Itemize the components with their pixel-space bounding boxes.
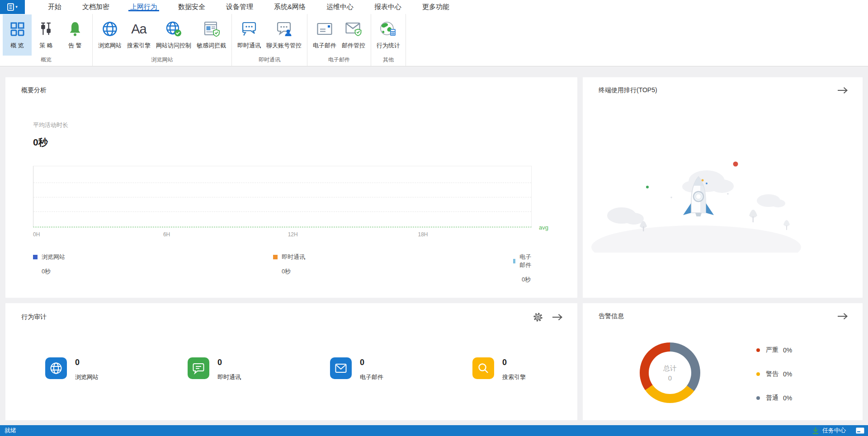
globe-stats-icon — [380, 21, 397, 37]
empty-state-illustration — [590, 158, 807, 253]
menu-item-data-security[interactable]: 数据安全 — [168, 0, 216, 14]
stat-value: 0 — [502, 358, 526, 367]
menu-item-report-center[interactable]: 报表中心 — [364, 0, 412, 14]
legend-swatch — [33, 255, 38, 259]
ribbon-btn-site-access-control[interactable]: 网站访问控制 — [153, 14, 194, 56]
legend-label: 普通 — [766, 394, 778, 402]
ribbon-btn-im[interactable]: 即时通讯 — [235, 14, 264, 56]
goto-arrow-icon[interactable] — [837, 313, 848, 320]
donut-total-value: 0 — [668, 374, 672, 382]
mail-icon — [335, 362, 347, 375]
legend-value: 0秒 — [522, 276, 532, 284]
chat-icon — [192, 362, 205, 375]
ribbon-group-im: 即时通讯 聊天账号管控 即时通讯 — [232, 14, 307, 66]
legend-dot — [756, 372, 760, 376]
ribbon-group-other: 行为统计 其他 — [371, 14, 406, 66]
menu-bar: ▾ 开始 文档加密 上网行为 数据安全 设备管理 系统&网络 运维中心 报表中心… — [0, 0, 868, 14]
legend-pct: 0% — [783, 347, 792, 354]
legend-label: 严重 — [766, 346, 778, 354]
stat-label: 电子邮件 — [360, 373, 383, 381]
card-terminal-rank: 终端使用排行(TOP5) — [583, 77, 863, 298]
globe-icon — [49, 361, 63, 375]
stat-label: 浏览网站 — [75, 373, 99, 381]
gridline — [33, 211, 531, 212]
donut-total-label: 总计 — [663, 364, 677, 373]
legend-label: 警告 — [766, 370, 778, 378]
grid-icon — [10, 22, 25, 37]
ribbon-btn-behavior-stats[interactable]: 行为统计 — [374, 14, 403, 56]
legend-item-im: 即时通讯 0秒 — [273, 253, 305, 276]
stat-label: 即时通讯 — [217, 373, 241, 381]
ribbon-group-label: 其他 — [372, 56, 405, 66]
card-title: 概要分析 — [21, 86, 47, 94]
ribbon-btn-search-engine[interactable]: Aa 搜索引擎 — [124, 14, 153, 56]
ribbon-btn-browse-site[interactable]: 浏览网站 — [95, 14, 124, 56]
status-bar: 就绪 任务中心 — [0, 425, 868, 436]
legend-swatch — [273, 255, 278, 259]
mail-shield-icon — [345, 21, 362, 37]
ribbon-group-overview: 概 览 策 略 — [0, 14, 93, 66]
donut-center: 总计 0 — [640, 342, 700, 403]
card-summary-analysis: 概要分析 平均活动时长 0秒 avg 0H 6H 12H 18H 浏览网站 — [5, 77, 577, 298]
ribbon-group-label: 即时通讯 — [233, 56, 306, 66]
menu-item-more[interactable]: 更多功能 — [412, 0, 460, 14]
app-window: ▾ 开始 文档加密 上网行为 数据安全 设备管理 系统&网络 运维中心 报表中心… — [0, 0, 868, 436]
app-menu-button[interactable]: ▾ — [0, 0, 25, 14]
x-tick: 12H — [288, 231, 298, 238]
ribbon-toolbar: 概 览 策 略 — [0, 14, 868, 66]
ribbon-group-email: 电子邮件 邮件管控 电子邮件 — [307, 14, 371, 66]
legend-label: 即时通讯 — [282, 253, 305, 261]
legend-value: 0秒 — [42, 267, 65, 276]
card-title: 告警信息 — [599, 312, 624, 320]
menu-item-device-mgmt[interactable]: 设备管理 — [216, 0, 264, 14]
activity-line-chart: avg — [33, 166, 532, 227]
goto-arrow-icon[interactable] — [837, 87, 848, 94]
legend-swatch — [513, 259, 515, 263]
ribbon-btn-sensitive-word[interactable]: 敏感词拦截 — [194, 14, 229, 56]
legend-label: 浏览网站 — [42, 253, 65, 261]
audit-stats: 0 浏览网站 0 即时通讯 — [45, 357, 615, 381]
ribbon-btn-overview[interactable]: 概 览 — [3, 14, 32, 56]
metric-value: 0秒 — [33, 136, 68, 149]
menu-item-web-behavior[interactable]: 上网行为 — [120, 0, 168, 14]
menu-item-start[interactable]: 开始 — [38, 0, 72, 14]
x-tick: 18H — [418, 231, 428, 238]
download-icon — [812, 427, 819, 434]
legend-dot — [756, 348, 760, 352]
alarm-legend: 严重 0% 警告 0% 普通 0% — [756, 346, 792, 402]
stat-browse-site[interactable]: 0 浏览网站 — [45, 357, 188, 381]
goto-arrow-icon[interactable] — [552, 314, 563, 321]
stat-email[interactable]: 0 电子邮件 — [330, 357, 472, 381]
stat-im[interactable]: 0 即时通讯 — [188, 357, 330, 381]
settings-gear-icon[interactable] — [533, 312, 543, 322]
ribbon-btn-policy[interactable]: 策 略 — [32, 14, 61, 56]
menu-item-ops-center[interactable]: 运维中心 — [316, 0, 364, 14]
stat-value: 0 — [360, 358, 383, 367]
monitor-icon[interactable] — [856, 427, 864, 434]
stat-value: 0 — [75, 358, 99, 367]
caret-down-icon: ▾ — [15, 5, 18, 9]
ribbon-btn-mail-control[interactable]: 邮件管控 — [339, 14, 368, 56]
ribbon-btn-chat-account[interactable]: 聊天账号管控 — [264, 14, 304, 56]
ribbon-group-label: 电子邮件 — [308, 56, 370, 66]
sliders-icon — [39, 21, 53, 37]
legend-label: 电子邮件 — [519, 253, 532, 269]
menu-item-doc-encrypt[interactable]: 文档加密 — [72, 0, 120, 14]
search-icon — [477, 362, 490, 375]
task-center-link[interactable]: 任务中心 — [822, 427, 846, 435]
ribbon-btn-email[interactable]: 电子邮件 — [310, 14, 339, 56]
stat-label: 搜索引擎 — [502, 373, 526, 381]
gridline — [33, 183, 531, 183]
dashboard: 概要分析 平均活动时长 0秒 avg 0H 6H 12H 18H 浏览网站 — [0, 66, 868, 425]
x-tick: 0H — [33, 231, 40, 238]
legend-dot — [756, 396, 760, 400]
mail-card-icon — [316, 22, 333, 36]
menu-item-system-network[interactable]: 系统&网络 — [264, 0, 316, 14]
x-tick: 6H — [163, 231, 170, 238]
chat-bubbles-icon — [240, 21, 258, 37]
ribbon-group-browse: 浏览网站 Aa 搜索引擎 网站访问控制 — [93, 14, 232, 66]
ribbon-btn-alert[interactable]: 告 警 — [61, 14, 90, 56]
avg-line-label: avg — [539, 224, 548, 231]
main-menu: 开始 文档加密 上网行为 数据安全 设备管理 系统&网络 运维中心 报表中心 更… — [38, 0, 460, 14]
ribbon-group-label: 概览 — [1, 56, 91, 66]
